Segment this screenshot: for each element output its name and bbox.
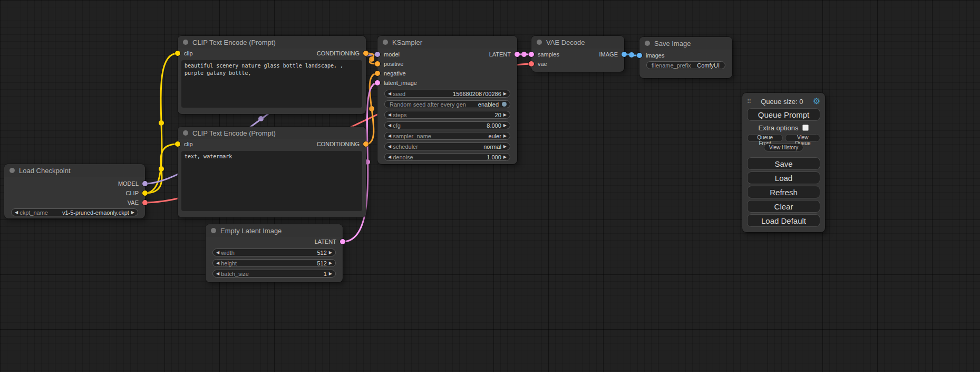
node-title-bar[interactable]: KSampler bbox=[377, 36, 517, 49]
output-slot-clip: CLIP bbox=[4, 188, 145, 198]
drag-handle-icon[interactable]: ⠿ bbox=[747, 98, 751, 105]
random-seed-toggle-widget[interactable]: Random seed after every gen enabled bbox=[384, 100, 510, 108]
slot-label: clip bbox=[184, 141, 193, 147]
width-widget[interactable]: ◀ width 512 ▶ bbox=[212, 249, 336, 256]
denoise-widget[interactable]: ◀ denoise 1.000 ▶ bbox=[384, 153, 510, 161]
clip-output-dot[interactable] bbox=[142, 190, 148, 196]
slot-label: LATENT bbox=[315, 239, 336, 245]
view-queue-button[interactable]: View Queue bbox=[785, 134, 820, 142]
latent-output-dot[interactable] bbox=[340, 239, 345, 244]
model-output-dot[interactable] bbox=[142, 181, 148, 186]
node-clip-text-encode-positive[interactable]: CLIP Text Encode (Prompt) clip CONDITION… bbox=[178, 36, 366, 114]
queue-front-button[interactable]: Queue Front bbox=[747, 134, 783, 142]
collapse-dot-icon[interactable] bbox=[537, 40, 542, 45]
increment-icon[interactable]: ▶ bbox=[329, 272, 332, 276]
node-title: VAE Decode bbox=[546, 39, 585, 46]
prev-value-icon[interactable]: ◀ bbox=[388, 145, 391, 149]
load-button[interactable]: Load bbox=[747, 171, 820, 184]
node-save-image[interactable]: Save Image images filename_prefix ComfyU… bbox=[639, 37, 732, 78]
batch-size-widget[interactable]: ◀ batch_size 1 ▶ bbox=[212, 270, 336, 278]
conditioning-output-dot[interactable] bbox=[363, 141, 368, 147]
view-history-button[interactable]: View History bbox=[764, 144, 803, 151]
collapse-dot-icon[interactable] bbox=[645, 41, 650, 46]
node-ksampler[interactable]: KSampler model LATENT positive negative … bbox=[377, 36, 517, 164]
negative-input-dot[interactable] bbox=[375, 71, 380, 76]
widget-value: 156680208700286 bbox=[409, 91, 501, 97]
next-value-icon[interactable]: ▶ bbox=[503, 145, 507, 149]
positive-input-dot[interactable] bbox=[375, 61, 380, 66]
increment-icon[interactable]: ▶ bbox=[503, 113, 507, 117]
load-default-button[interactable]: Load Default bbox=[747, 214, 820, 227]
slot-label: clip bbox=[184, 50, 193, 56]
collapse-dot-icon[interactable] bbox=[183, 130, 188, 136]
next-value-icon[interactable]: ▶ bbox=[503, 134, 507, 138]
decrement-icon[interactable]: ◀ bbox=[388, 123, 391, 128]
node-title-bar[interactable]: Load Checkpoint bbox=[4, 164, 145, 177]
save-button[interactable]: Save bbox=[747, 157, 820, 170]
samples-input-dot[interactable] bbox=[529, 52, 534, 57]
increment-icon[interactable]: ▶ bbox=[503, 155, 507, 159]
toggle-on-dot[interactable] bbox=[502, 102, 507, 107]
conditioning-output-dot[interactable] bbox=[363, 51, 368, 56]
image-output-dot[interactable] bbox=[622, 52, 627, 57]
increment-icon[interactable]: ▶ bbox=[329, 251, 332, 255]
latent-output-dot[interactable] bbox=[515, 52, 520, 57]
widget-value: 512 bbox=[238, 250, 327, 256]
decrement-icon[interactable]: ◀ bbox=[388, 155, 391, 159]
height-widget[interactable]: ◀ height 512 ▶ bbox=[212, 259, 336, 267]
increment-icon[interactable]: ▶ bbox=[329, 261, 332, 265]
widget-label: filename_prefix bbox=[652, 62, 691, 69]
clip-input-dot[interactable] bbox=[175, 141, 180, 147]
decrement-icon[interactable]: ◀ bbox=[216, 251, 219, 255]
sampler-name-widget[interactable]: ◀ sampler_name euler ▶ bbox=[384, 132, 510, 140]
collapse-dot-icon[interactable] bbox=[211, 228, 216, 233]
node-empty-latent-image[interactable]: Empty Latent Image LATENT ◀ width 512 ▶ … bbox=[206, 224, 343, 282]
node-load-checkpoint[interactable]: Load Checkpoint MODEL CLIP VAE ◀ ckpt_na… bbox=[4, 164, 145, 218]
queue-prompt-button[interactable]: Queue Prompt bbox=[747, 108, 820, 121]
widget-label: width bbox=[221, 250, 235, 256]
node-vae-decode[interactable]: VAE Decode samples IMAGE vae bbox=[531, 36, 624, 72]
node-clip-text-encode-negative[interactable]: CLIP Text Encode (Prompt) clip CONDITION… bbox=[178, 127, 366, 217]
ckpt-name-widget[interactable]: ◀ ckpt_name v1-5-pruned-emaonly.ckpt ▶ bbox=[11, 208, 138, 216]
node-title-bar[interactable]: CLIP Text Encode (Prompt) bbox=[178, 127, 366, 139]
collapse-dot-icon[interactable] bbox=[383, 40, 388, 45]
steps-widget[interactable]: ◀ steps 20 ▶ bbox=[384, 111, 510, 119]
seed-widget[interactable]: ◀ seed 156680208700286 ▶ bbox=[384, 90, 510, 98]
collapse-dot-icon[interactable] bbox=[9, 168, 15, 173]
widget-value: 8.000 bbox=[404, 122, 501, 129]
decrement-icon[interactable]: ◀ bbox=[388, 113, 391, 117]
slot-label: CONDITIONING bbox=[317, 50, 360, 56]
positive-prompt-textarea[interactable]: beautiful scenery nature glass bottle la… bbox=[181, 60, 362, 108]
cfg-widget[interactable]: ◀ cfg 8.000 ▶ bbox=[384, 121, 510, 129]
next-value-icon[interactable]: ▶ bbox=[131, 211, 134, 215]
collapse-dot-icon[interactable] bbox=[183, 40, 188, 45]
decrement-icon[interactable]: ◀ bbox=[216, 272, 219, 276]
prev-value-icon[interactable]: ◀ bbox=[388, 134, 391, 138]
decrement-icon[interactable]: ◀ bbox=[388, 92, 391, 96]
node-title-bar[interactable]: Save Image bbox=[639, 37, 732, 50]
filename-prefix-widget[interactable]: filename_prefix ComfyUI bbox=[646, 61, 725, 69]
refresh-button[interactable]: Refresh bbox=[747, 186, 820, 198]
queue-menu-panel[interactable]: ⠿ Queue size: 0 ⚙ Queue Prompt Extra opt… bbox=[742, 93, 825, 232]
link-midpoint-dot bbox=[521, 52, 527, 57]
clear-button[interactable]: Clear bbox=[747, 200, 820, 213]
slot-row-latent-image: latent_image bbox=[377, 78, 517, 88]
extra-options-checkbox[interactable] bbox=[802, 125, 809, 131]
increment-icon[interactable]: ▶ bbox=[503, 92, 507, 96]
scheduler-widget[interactable]: ◀ scheduler normal ▶ bbox=[384, 142, 510, 150]
negative-prompt-textarea[interactable]: text, watermark bbox=[181, 151, 362, 211]
vae-output-dot[interactable] bbox=[142, 200, 148, 205]
images-input-dot[interactable] bbox=[637, 53, 642, 58]
node-title-bar[interactable]: VAE Decode bbox=[531, 36, 624, 49]
settings-gear-icon[interactable]: ⚙ bbox=[813, 97, 820, 106]
decrement-icon[interactable]: ◀ bbox=[216, 261, 219, 265]
vae-input-dot[interactable] bbox=[529, 61, 534, 66]
increment-icon[interactable]: ▶ bbox=[503, 123, 507, 128]
graph-canvas[interactable]: Load Checkpoint MODEL CLIP VAE ◀ ckpt_na… bbox=[0, 0, 980, 372]
node-title-bar[interactable]: CLIP Text Encode (Prompt) bbox=[178, 36, 366, 49]
prev-value-icon[interactable]: ◀ bbox=[15, 211, 18, 215]
latent-image-input-dot[interactable] bbox=[375, 80, 380, 85]
node-title-bar[interactable]: Empty Latent Image bbox=[206, 224, 343, 237]
model-input-dot[interactable] bbox=[375, 52, 380, 57]
clip-input-dot[interactable] bbox=[175, 51, 180, 56]
